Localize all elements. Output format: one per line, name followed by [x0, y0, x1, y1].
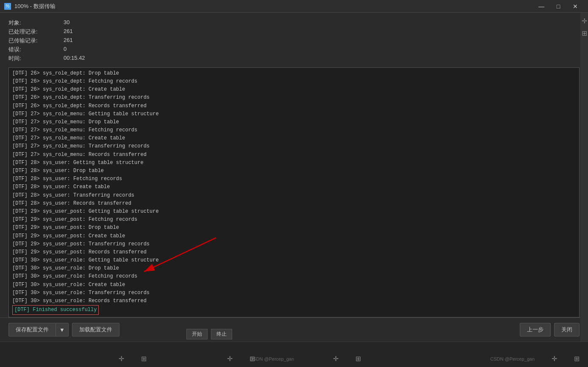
save-config-dropdown[interactable]: ▼	[56, 323, 69, 336]
log-line: [DTF] 30> sys_user_role: Records transfe…	[12, 297, 576, 305]
log-line: [DTF] 30> sys_user_role: Getting table s…	[12, 256, 576, 264]
processed-label: 已处理记录:	[8, 28, 64, 36]
taskbar-center-icons: ✛ ⊞ CSDN @Percep_gan ✛ ⊞	[227, 355, 361, 363]
log-area[interactable]: [DTF] 25> sys_role: Create table[DTF] 25…	[8, 67, 580, 317]
transferred-value: 261	[64, 37, 73, 44]
taskbar-grid-icon[interactable]: ⊞	[141, 355, 147, 363]
right-panel-grid-icon[interactable]: ⊞	[582, 29, 587, 37]
log-line: [DTF] 30> sys_user_role: Transferring re…	[12, 289, 576, 297]
target-label: 对象:	[8, 19, 64, 27]
log-line: [DTF] 28> sys_user: Transferring records	[12, 192, 576, 200]
stats-section: 对象: 30 已处理记录: 261 已传输记录: 261 错误: 0 时间: 0…	[8, 19, 580, 62]
app-icon: %	[4, 3, 11, 10]
cross-right-icon: ✛	[552, 355, 557, 362]
window-title: 100% - 数据传输	[14, 3, 533, 10]
target-value: 30	[64, 19, 69, 27]
save-config-button[interactable]: 保存配置文件	[8, 323, 56, 336]
crosshair-icon: ✛	[227, 355, 233, 363]
load-config-button[interactable]: 加载配置文件	[72, 323, 119, 336]
log-line: [DTF] 27> sys_role_menu: Fetching record…	[12, 126, 576, 134]
log-line: [DTF] 30> sys_user_role: Create table	[12, 281, 576, 289]
log-line: [DTF] 29> sys_user_post: Create table	[12, 232, 576, 240]
log-line: [DTF] 26> sys_role_dept: Transferring re…	[12, 94, 576, 102]
taskbar-right-cross[interactable]: ✛	[552, 355, 557, 363]
log-line: [DTF] 26> sys_role_dept: Fetching record…	[12, 78, 576, 86]
titlebar: % 100% - 数据传输 — □ ✕	[0, 0, 588, 13]
prev-button[interactable]: 上一步	[520, 323, 551, 336]
error-value: 0	[64, 46, 67, 53]
time-label: 时间:	[8, 55, 64, 62]
log-line: [DTF] 28> sys_user: Getting table struct…	[12, 159, 576, 167]
stat-row-target: 对象: 30	[8, 19, 580, 27]
stat-row-processed: 已处理记录: 261	[8, 28, 580, 36]
right-panel-cross-icon[interactable]: ✛	[582, 17, 587, 25]
log-line: [DTF] 29> sys_user_post: Fetching record…	[12, 216, 576, 224]
taskbar-cross-icon[interactable]: ✛	[119, 355, 124, 363]
log-line: [DTF] 28> sys_user: Records transferred	[12, 200, 576, 208]
log-line: [DTF] 27> sys_role_menu: Records transfe…	[12, 151, 576, 159]
footer-buttons: 保存配置文件 ▼ 加载配置文件 上一步 关闭	[0, 317, 588, 342]
log-line: [DTF] 28> sys_user: Fetching records	[12, 175, 576, 183]
taskbar-right-icons: CSDN @Percep_gan ✛ ⊞	[490, 355, 580, 363]
close-button[interactable]: ✕	[567, 0, 584, 13]
log-line: [DTF] 28> sys_user: Create table	[12, 183, 576, 191]
watermark-center: CSDN @Percep_gan	[250, 356, 294, 361]
log-line: [DTF] 26> sys_role_dept: Create table	[12, 86, 576, 94]
stop-button[interactable]: 终止	[211, 329, 232, 339]
right-panel: ✛ ⊞	[580, 13, 588, 342]
log-line: [DTF] 26> sys_role_dept: Drop table	[12, 70, 576, 78]
window-controls: — □ ✕	[533, 0, 584, 13]
dialog-content: 对象: 30 已处理记录: 261 已传输记录: 261 错误: 0 时间: 0…	[0, 13, 588, 324]
mini-button-row: 开始 终止	[186, 329, 232, 339]
taskbar: ✛ ⊞ CSDN @Percep_gan ✛ ⊞ ✛ ⊞ CSDN @Perce…	[0, 342, 588, 367]
maximize-button[interactable]: □	[550, 0, 567, 13]
grid-right-small-icon: ⊞	[574, 355, 580, 362]
taskbar-left-icons: ✛ ⊞	[119, 355, 147, 363]
stat-row-transferred: 已传输记录: 261	[8, 37, 580, 44]
grid-right-icon: ⊞	[355, 355, 361, 363]
log-line: [DTF] 27> sys_role_menu: Drop table	[12, 118, 576, 126]
log-line: [DTF] 30> sys_user_role: Drop table	[12, 264, 576, 272]
log-line: [DTF] 29> sys_user_post: Records transfe…	[12, 248, 576, 256]
grid-small-icon: ⊞	[141, 355, 147, 362]
processed-value: 261	[64, 28, 73, 36]
time-value: 00:15.42	[64, 55, 85, 62]
log-line: [DTF] 29> sys_user_post: Getting table s…	[12, 208, 576, 216]
log-line: [DTF] 29> sys_user_post: Drop table	[12, 224, 576, 232]
transferred-label: 已传输记录:	[8, 37, 64, 44]
log-line: [DTF] 26> sys_role_dept: Records transfe…	[12, 102, 576, 110]
log-line: [DTF] 29> sys_user_post: Transferring re…	[12, 240, 576, 248]
minimize-button[interactable]: —	[533, 0, 550, 13]
log-line: [DTF] 27> sys_role_menu: Getting table s…	[12, 110, 576, 118]
taskbar-right-grid[interactable]: ⊞	[574, 355, 580, 363]
log-line: [DTF] 27> sys_role_menu: Create table	[12, 134, 576, 142]
cross-left-icon: ✛	[119, 355, 124, 362]
crosshair-right-icon: ✛	[333, 355, 338, 363]
stat-row-error: 错误: 0	[8, 46, 580, 53]
log-line: [DTF] 28> sys_user: Drop table	[12, 167, 576, 175]
taskbar-icon-grid-right[interactable]: ⊞	[355, 355, 361, 363]
footer-left: 保存配置文件 ▼ 加载配置文件	[8, 323, 119, 336]
log-line: [DTF] 27> sys_role_menu: Transferring re…	[12, 142, 576, 150]
taskbar-icon-cross-left[interactable]: ✛	[227, 355, 233, 363]
error-label: 错误:	[8, 46, 64, 53]
stat-row-time: 时间: 00:15.42	[8, 55, 580, 62]
footer-right: 上一步 关闭	[520, 323, 580, 336]
log-line: [DTF] 30> sys_user_role: Fetching record…	[12, 272, 576, 281]
taskbar-icon-cross-right[interactable]: ✛	[333, 355, 338, 363]
close-dialog-button[interactable]: 关闭	[554, 323, 580, 336]
start-button[interactable]: 开始	[186, 329, 208, 339]
watermark-right: CSDN @Percep_gan	[490, 356, 535, 361]
log-line: [DTF] Finished successfully	[12, 305, 99, 315]
